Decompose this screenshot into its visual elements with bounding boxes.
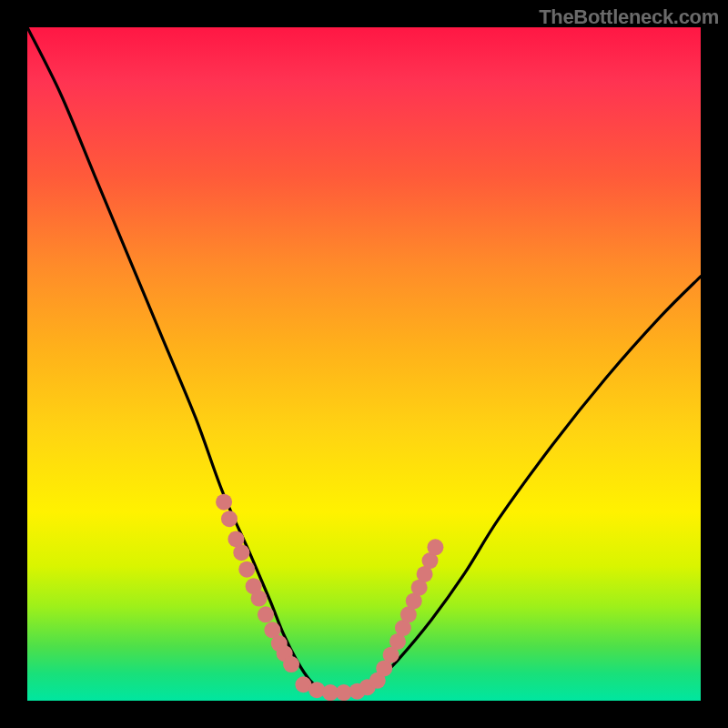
chart-frame: TheBottleneck.com — [0, 0, 728, 728]
marker-dot — [308, 682, 325, 698]
marker-dot — [221, 511, 238, 527]
marker-dot — [283, 656, 299, 672]
marker-dot — [216, 494, 232, 511]
marker-dot — [427, 539, 443, 555]
bottleneck-curve — [27, 27, 701, 694]
chart-overlay — [27, 27, 701, 701]
marker-dot — [251, 591, 268, 607]
marker-dots — [216, 494, 443, 701]
plot-area — [27, 27, 701, 701]
marker-dot — [238, 561, 255, 578]
credit-text: TheBottleneck.com — [539, 5, 719, 29]
marker-dot — [233, 544, 249, 561]
marker-dot — [258, 606, 274, 622]
